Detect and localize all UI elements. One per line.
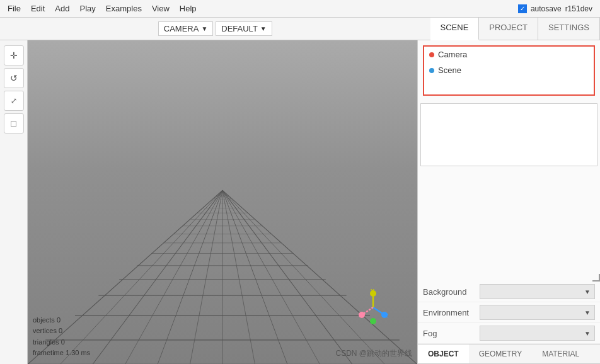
bottom-tabs: OBJECT GEOMETRY MATERIAL bbox=[418, 344, 600, 364]
notes-textarea[interactable] bbox=[420, 103, 597, 166]
tab-geometry[interactable]: GEOMETRY bbox=[469, 344, 532, 363]
properties-section: Background ▼ Environment ▼ Fog ▼ bbox=[418, 282, 600, 344]
menu-play[interactable]: Play bbox=[75, 3, 101, 14]
autosave-label: autosave bbox=[531, 4, 562, 13]
panel-tabs-toolbar: SCENE PROJECT SETTINGS bbox=[430, 18, 600, 40]
svg-line-27 bbox=[222, 190, 320, 364]
watermark: CSDN @跳动的世界线 bbox=[335, 348, 412, 359]
default-label: DEFAULT bbox=[221, 24, 258, 33]
camera-arrow: ▼ bbox=[201, 25, 207, 32]
status-vertices: vertices 0 bbox=[33, 326, 90, 337]
svg-line-25 bbox=[190, 190, 223, 364]
select-icon: □ bbox=[11, 118, 16, 128]
menu-view[interactable]: View bbox=[147, 3, 175, 14]
camera-tree-label: Camera bbox=[438, 50, 467, 59]
scene-tree-label: Scene bbox=[438, 65, 461, 75]
background-label: Background bbox=[423, 287, 480, 297]
gizmo: Z Y bbox=[354, 288, 392, 326]
tool-scale[interactable]: ⤢ bbox=[4, 91, 24, 111]
fog-arrow: ▼ bbox=[584, 330, 591, 337]
menu-file[interactable]: File bbox=[3, 3, 26, 14]
menu-add[interactable]: Add bbox=[50, 3, 74, 14]
autosave-checkbox[interactable] bbox=[518, 4, 527, 13]
tab-project[interactable]: PROJECT bbox=[479, 18, 538, 40]
svg-line-17 bbox=[93, 190, 222, 364]
menu-edit[interactable]: Edit bbox=[26, 3, 50, 14]
toolbar: CAMERA ▼ DEFAULT ▼ SCENE PROJECT SETTING… bbox=[0, 18, 600, 40]
version-label: r151dev bbox=[565, 4, 592, 13]
svg-line-28 bbox=[222, 190, 385, 364]
fog-label: Fog bbox=[423, 329, 480, 338]
menu-examples[interactable]: Examples bbox=[101, 3, 147, 14]
svg-line-22 bbox=[222, 190, 417, 364]
right-panel: Camera Scene Background ▼ Environment ▼ bbox=[417, 40, 600, 364]
tab-scene[interactable]: SCENE bbox=[430, 18, 480, 40]
tab-settings[interactable]: SETTINGS bbox=[538, 18, 600, 40]
move-icon: ✛ bbox=[10, 50, 18, 60]
svg-line-26 bbox=[222, 190, 255, 364]
fog-row: Fog ▼ bbox=[418, 323, 600, 344]
tree-item-camera[interactable]: Camera bbox=[424, 47, 594, 62]
svg-point-37 bbox=[370, 318, 376, 324]
tree-item-scene[interactable]: Scene bbox=[424, 62, 594, 78]
rotate-icon: ↺ bbox=[10, 73, 18, 83]
camera-dropdown[interactable]: CAMERA ▼ bbox=[158, 21, 214, 36]
environment-row: Environment ▼ bbox=[418, 302, 600, 323]
svg-text:Y: Y bbox=[371, 288, 374, 294]
status-triangles: triangles 0 bbox=[33, 337, 90, 348]
tool-select[interactable]: □ bbox=[4, 113, 24, 134]
status-overlay: objects 0 vertices 0 triangles 0 frameti… bbox=[33, 315, 90, 359]
background-arrow: ▼ bbox=[584, 288, 591, 295]
environment-dropdown[interactable]: ▼ bbox=[480, 305, 595, 320]
scene-tree: Camera Scene bbox=[423, 45, 595, 96]
status-frametime: frametime 1.30 ms bbox=[33, 348, 90, 359]
menu-help[interactable]: Help bbox=[175, 3, 202, 14]
svg-line-18 bbox=[158, 190, 222, 364]
background-dropdown[interactable]: ▼ bbox=[480, 284, 595, 299]
tab-material[interactable]: MATERIAL bbox=[532, 344, 589, 363]
svg-line-24 bbox=[125, 190, 223, 364]
fog-dropdown[interactable]: ▼ bbox=[480, 326, 595, 341]
notes-area bbox=[418, 101, 600, 282]
tab-object[interactable]: OBJECT bbox=[418, 344, 469, 363]
scene-dot bbox=[429, 68, 434, 73]
viewport[interactable]: objects 0 vertices 0 triangles 0 frameti… bbox=[28, 40, 417, 364]
camera-label: CAMERA bbox=[164, 24, 199, 33]
default-dropdown[interactable]: DEFAULT ▼ bbox=[216, 21, 272, 36]
svg-line-21 bbox=[222, 190, 352, 364]
left-tools: ✛ ↺ ⤢ □ bbox=[0, 40, 28, 364]
svg-text:Z: Z bbox=[385, 312, 389, 319]
toolbar-center: CAMERA ▼ DEFAULT ▼ bbox=[0, 21, 430, 36]
environment-arrow: ▼ bbox=[584, 309, 591, 316]
status-objects: objects 0 bbox=[33, 315, 90, 326]
resize-handle[interactable] bbox=[592, 274, 600, 282]
environment-label: Environment bbox=[423, 308, 480, 317]
svg-line-20 bbox=[222, 190, 287, 364]
tool-move[interactable]: ✛ bbox=[4, 45, 24, 65]
default-arrow: ▼ bbox=[260, 25, 267, 32]
menubar: File Edit Add Play Examples View Help au… bbox=[0, 0, 600, 18]
camera-dot bbox=[429, 52, 434, 57]
tool-rotate[interactable]: ↺ bbox=[4, 68, 24, 88]
grid-canvas: objects 0 vertices 0 triangles 0 frameti… bbox=[28, 40, 417, 364]
background-row: Background ▼ bbox=[418, 282, 600, 302]
scale-icon: ⤢ bbox=[11, 96, 17, 105]
autosave-area: autosave r151dev bbox=[518, 4, 597, 13]
